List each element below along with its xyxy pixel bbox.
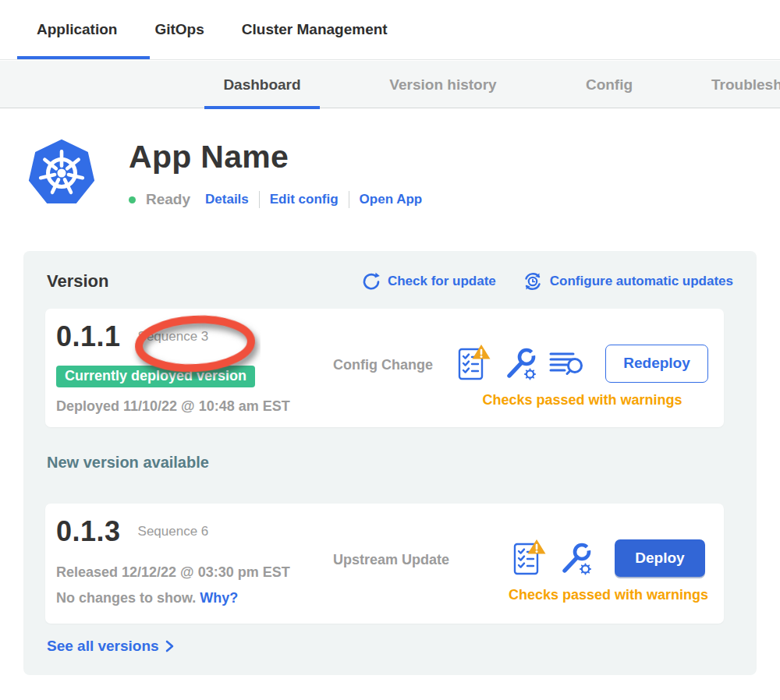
configure-automatic-updates-link[interactable]: Configure automatic updates bbox=[523, 271, 733, 292]
checks-status-current: Checks passed with warnings bbox=[482, 392, 682, 408]
page: Application GitOps Cluster Management Da… bbox=[0, 0, 780, 700]
kubernetes-logo-icon bbox=[26, 136, 98, 210]
tab-config[interactable]: Config bbox=[571, 61, 647, 108]
new-version-number: 0.1.3 bbox=[56, 514, 121, 549]
config-wrench-icon[interactable] bbox=[502, 344, 537, 383]
tab-dashboard[interactable]: Dashboard bbox=[204, 61, 320, 108]
new-version-card: 0.1.3 Sequence 6 Released 12/12/22 @ 03:… bbox=[45, 504, 724, 624]
new-version-info: 0.1.3 Sequence 6 Released 12/12/22 @ 03:… bbox=[56, 514, 333, 606]
current-version-sequence: Sequence 3 bbox=[138, 329, 209, 345]
see-all-versions-label: See all versions bbox=[47, 638, 159, 655]
check-for-update-label: Check for update bbox=[388, 274, 496, 289]
preflight-checks-warning-icon[interactable] bbox=[456, 344, 491, 383]
version-actions: Check for update Configure automatic upd… bbox=[362, 271, 733, 292]
details-link[interactable]: Details bbox=[205, 192, 249, 207]
top-nav: Application GitOps Cluster Management bbox=[0, 0, 780, 60]
checks-status-new: Checks passed with warnings bbox=[509, 587, 708, 603]
config-wrench-icon[interactable] bbox=[558, 539, 592, 578]
current-version-source: Config Change bbox=[333, 357, 433, 373]
topnav-item-gitops[interactable]: GitOps bbox=[154, 21, 204, 38]
app-status-row: Ready Details Edit config Open App bbox=[129, 189, 422, 210]
preflight-checks-warning-icon[interactable] bbox=[512, 539, 546, 578]
no-changes-line: No changes to show. Why? bbox=[56, 589, 333, 606]
edit-config-link[interactable]: Edit config bbox=[270, 192, 339, 207]
currently-deployed-badge: Currently deployed version bbox=[56, 366, 255, 387]
redeploy-button[interactable]: Redeploy bbox=[605, 345, 708, 383]
no-changes-text: No changes to show. bbox=[56, 590, 200, 606]
version-section-title: Version bbox=[47, 271, 108, 292]
new-version-actions: Deploy Checks passed with warnings bbox=[509, 514, 708, 603]
see-all-versions-link[interactable]: See all versions bbox=[47, 638, 174, 655]
check-for-update-link[interactable]: Check for update bbox=[362, 272, 496, 291]
why-link[interactable]: Why? bbox=[200, 590, 238, 606]
released-timestamp: Released 12/12/22 @ 03:30 pm EST bbox=[56, 564, 333, 581]
current-version-number: 0.1.1 bbox=[56, 320, 121, 354]
current-version-actions: Redeploy Checks passed with warnings bbox=[456, 320, 708, 408]
chevron-right-icon bbox=[165, 640, 174, 652]
divider bbox=[259, 191, 260, 208]
tab-troubleshoot[interactable]: Troubleshoot bbox=[704, 61, 780, 108]
refresh-icon bbox=[362, 272, 381, 291]
open-app-link[interactable]: Open App bbox=[360, 192, 423, 207]
version-section-header: Version Check for update bbox=[47, 271, 733, 292]
current-version-info: 0.1.1 Sequence 3 Currently deployed vers… bbox=[56, 320, 333, 415]
topnav-item-application[interactable]: Application bbox=[37, 21, 117, 38]
current-version-card: 0.1.1 Sequence 3 Currently deployed vers… bbox=[45, 309, 724, 427]
app-tab-bar: Dashboard Version history Config Trouble… bbox=[0, 61, 780, 108]
configure-automatic-updates-label: Configure automatic updates bbox=[550, 274, 733, 289]
status-label: Ready bbox=[146, 191, 190, 208]
divider bbox=[349, 191, 349, 208]
topnav-item-cluster-management[interactable]: Cluster Management bbox=[242, 21, 388, 38]
view-files-icon[interactable] bbox=[548, 344, 583, 383]
deployed-timestamp: Deployed 11/10/22 @ 10:48 am EST bbox=[56, 398, 333, 415]
active-nav-underline bbox=[17, 56, 150, 59]
tab-version-history[interactable]: Version history bbox=[373, 61, 513, 108]
version-section: Version Check for update bbox=[23, 251, 757, 675]
new-version-source: Upstream Update bbox=[333, 552, 449, 568]
schedule-update-icon bbox=[523, 271, 543, 292]
new-version-sequence: Sequence 6 bbox=[138, 524, 209, 539]
new-version-available-heading: New version available bbox=[47, 454, 209, 472]
status-dot-icon bbox=[129, 196, 136, 203]
deploy-button[interactable]: Deploy bbox=[615, 539, 705, 577]
page-title: App Name bbox=[129, 139, 289, 175]
